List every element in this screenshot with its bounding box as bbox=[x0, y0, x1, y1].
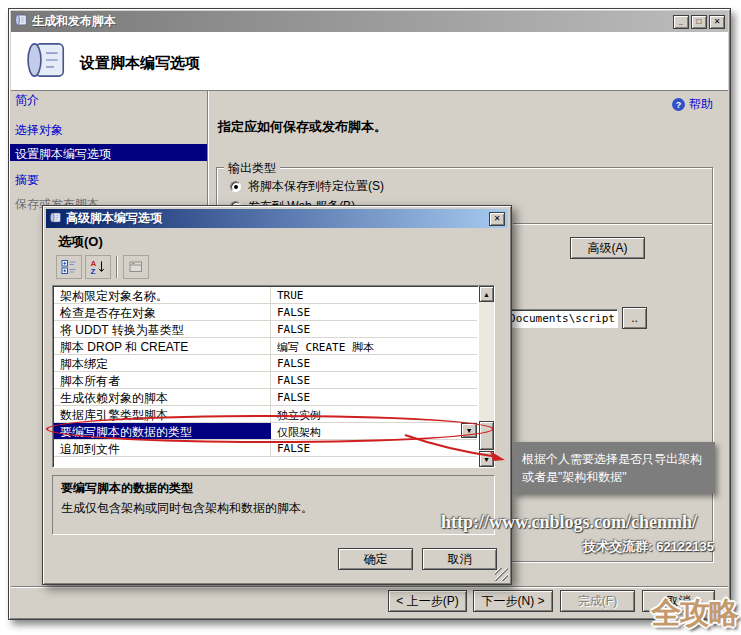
property-value-text: TRUE bbox=[277, 289, 304, 302]
value-dropdown-button[interactable]: ▼ bbox=[461, 423, 477, 438]
property-value[interactable]: 仅限架构 ▼ bbox=[271, 423, 477, 439]
minimize-button[interactable]: _ bbox=[673, 15, 689, 29]
property-value-text: FALSE bbox=[277, 323, 310, 336]
table-row[interactable]: 生成依赖对象的脚本 FALSE bbox=[54, 389, 477, 406]
watermark-qq-group: 技术交流群: 62122135 bbox=[583, 538, 714, 556]
help-link[interactable]: ? 帮助 bbox=[672, 96, 713, 113]
property-value-text: FALSE bbox=[277, 442, 310, 455]
property-name[interactable]: 脚本 DROP 和 CREATE bbox=[54, 338, 271, 354]
property-value[interactable]: FALSE bbox=[271, 389, 477, 405]
property-grid: 架构限定对象名称。 TRUE 检查是否存在对象 FALSE 将 UDDT 转换为… bbox=[52, 285, 495, 468]
property-value-text: 独立实例 bbox=[277, 409, 321, 422]
advanced-button[interactable]: 高级(A) bbox=[570, 237, 645, 259]
toolbar-separator bbox=[116, 256, 118, 278]
dialog-cancel-button[interactable]: 取消 bbox=[422, 548, 497, 570]
property-name[interactable]: 架构限定对象名称。 bbox=[54, 287, 271, 303]
table-row[interactable]: 脚本所有者 FALSE bbox=[54, 372, 477, 389]
grid-scrollbar[interactable]: ▲ ▼ bbox=[478, 286, 494, 467]
output-type-label: 输出类型 bbox=[224, 160, 280, 177]
browse-button[interactable]: .. bbox=[622, 307, 647, 329]
property-value[interactable]: 编写 CREATE 脚本 bbox=[271, 338, 477, 354]
property-value-text: 编写 CREATE 脚本 bbox=[277, 341, 374, 354]
radio-selected-icon bbox=[230, 181, 241, 192]
scroll-down-icon[interactable]: ▼ bbox=[479, 451, 494, 467]
instruction-text: 指定应如何保存或发布脚本。 bbox=[218, 118, 387, 136]
options-label: 选项(O) bbox=[58, 233, 103, 251]
table-row[interactable]: 架构限定对象名称。 TRUE bbox=[54, 287, 477, 304]
maximize-button[interactable]: □ bbox=[691, 15, 707, 29]
table-row[interactable]: 将 UDDT 转换为基类型 FALSE bbox=[54, 321, 477, 338]
dialog-close-button[interactable]: ✕ bbox=[489, 212, 505, 226]
back-button[interactable]: < 上一步(P) bbox=[388, 590, 467, 612]
help-label: 帮助 bbox=[689, 96, 713, 113]
property-name[interactable]: 脚本所有者 bbox=[54, 372, 271, 388]
ok-button[interactable]: 确定 bbox=[338, 548, 413, 570]
description-text: 生成仅包含架构或同时包含架构和数据的脚本。 bbox=[61, 500, 486, 517]
property-value[interactable]: TRUE bbox=[271, 287, 477, 303]
footer-separator bbox=[11, 586, 728, 588]
scrollbar-thumb[interactable] bbox=[479, 421, 494, 450]
scroll-icon bbox=[49, 211, 62, 227]
sidebar-item-choose-objects[interactable]: 选择对象 bbox=[15, 122, 63, 139]
wizard-titlebar: 生成和发布脚本 _ □ ✕ bbox=[11, 11, 728, 32]
property-name[interactable]: 生成依赖对象的脚本 bbox=[54, 389, 271, 405]
property-value-text: FALSE bbox=[277, 391, 310, 404]
table-row[interactable]: 脚本绑定 FALSE bbox=[54, 355, 477, 372]
property-name[interactable]: 将 UDDT 转换为基类型 bbox=[54, 321, 271, 337]
property-pages-icon bbox=[123, 255, 149, 279]
description-title: 要编写脚本的数据的类型 bbox=[61, 480, 486, 497]
sidebar-item-scripting-options[interactable]: 设置脚本编写选项 bbox=[15, 146, 111, 163]
resize-grip[interactable] bbox=[495, 568, 508, 581]
property-value[interactable]: FALSE bbox=[271, 440, 477, 456]
property-description-panel: 要编写脚本的数据的类型 生成仅包含架构或同时包含架构和数据的脚本。 bbox=[52, 475, 495, 535]
table-row-selected[interactable]: 要编写脚本的数据的类型 仅限架构 ▼ bbox=[54, 423, 477, 440]
radio-save-to-location[interactable]: 将脚本保存到特定位置(S) bbox=[230, 178, 384, 195]
close-button[interactable]: ✕ bbox=[709, 15, 725, 29]
property-value[interactable]: FALSE bbox=[271, 355, 477, 371]
watermark-url: http://www.cnblogs.com/chenmh/ bbox=[441, 512, 697, 533]
property-value[interactable]: FALSE bbox=[271, 372, 477, 388]
next-button[interactable]: 下一步(N) > bbox=[473, 590, 553, 612]
property-name[interactable]: 数据库引擎类型脚本 bbox=[54, 406, 271, 422]
annotation-tooltip: 根据个人需要选择是否只导出架构 或者是"架构和数据" bbox=[513, 442, 715, 494]
scroll-icon-large bbox=[23, 35, 69, 88]
file-path-value: \Documents\script bbox=[502, 312, 617, 325]
property-value-text: FALSE bbox=[277, 374, 310, 387]
table-row[interactable]: 检查是否存在对象 FALSE bbox=[54, 304, 477, 321]
tooltip-line1: 根据个人需要选择是否只导出架构 bbox=[522, 450, 706, 468]
property-name[interactable]: 脚本绑定 bbox=[54, 355, 271, 371]
categorized-icon[interactable] bbox=[56, 255, 82, 279]
property-value-text: 仅限架构 bbox=[277, 426, 321, 439]
groupbox-inner-line bbox=[513, 223, 712, 225]
dialog-title: 高级脚本编写选项 bbox=[66, 210, 485, 227]
options-toolbar: AZ bbox=[56, 255, 149, 279]
radio-save-label: 将脚本保存到特定位置(S) bbox=[248, 178, 384, 195]
property-value[interactable]: FALSE bbox=[271, 321, 477, 337]
tooltip-line2: 或者是"架构和数据" bbox=[522, 468, 706, 486]
table-row[interactable]: 脚本 DROP 和 CREATE 编写 CREATE 脚本 bbox=[54, 338, 477, 355]
wizard-header: 设置脚本编写选项 bbox=[11, 32, 728, 91]
property-value-text: FALSE bbox=[277, 306, 310, 319]
window-title: 生成和发布脚本 bbox=[32, 13, 669, 30]
dialog-titlebar: 高级脚本编写选项 ✕ bbox=[46, 209, 508, 228]
sort-alphabetical-icon[interactable]: AZ bbox=[85, 255, 111, 279]
sidebar-item-summary[interactable]: 摘要 bbox=[15, 172, 39, 189]
scroll-up-icon[interactable]: ▲ bbox=[479, 286, 494, 302]
watermark-logo: 全攻略 bbox=[651, 593, 738, 634]
table-row[interactable]: 追加到文件 FALSE bbox=[54, 440, 477, 457]
property-name[interactable]: 追加到文件 bbox=[54, 440, 271, 456]
sidebar-item-intro[interactable]: 简介 bbox=[15, 92, 39, 109]
property-value[interactable]: FALSE bbox=[271, 304, 477, 320]
property-name[interactable]: 要编写脚本的数据的类型 bbox=[54, 423, 271, 439]
page-title: 设置脚本编写选项 bbox=[80, 54, 200, 73]
scroll-icon bbox=[14, 13, 28, 30]
property-name[interactable]: 检查是否存在对象 bbox=[54, 304, 271, 320]
help-icon: ? bbox=[672, 98, 685, 111]
property-value[interactable]: 独立实例 bbox=[271, 406, 477, 422]
property-value-text: FALSE bbox=[277, 357, 310, 370]
finish-button: 完成(F) bbox=[560, 590, 635, 612]
table-row[interactable]: 数据库引擎类型脚本 独立实例 bbox=[54, 406, 477, 423]
svg-text:Z: Z bbox=[91, 267, 96, 275]
